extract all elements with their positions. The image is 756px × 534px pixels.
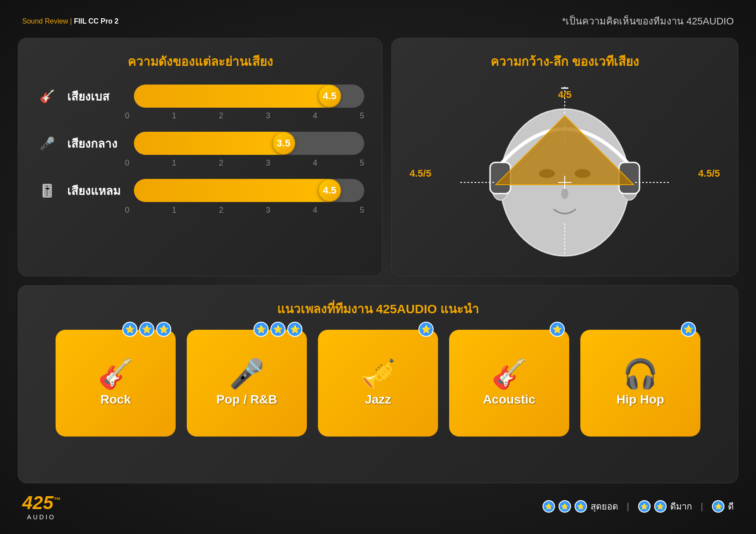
left-panel-title: ความดังของแต่ละย่านเสียง <box>36 52 364 71</box>
logo-wrapper: 425™ AUDIO <box>22 492 60 521</box>
header-subtitle: *เป็นความคิดเห็นของทีมงาน 425AUDIO <box>562 13 734 29</box>
logo-audio: AUDIO <box>27 514 56 521</box>
main-content: ความดังของแต่ละย่านเสียง 🎸 เสียงเบส 4.5 … <box>18 38 738 276</box>
bass-bar-value: 4.5 <box>319 85 340 107</box>
soundstage-container: 4/5 4.5/5 4.5/5 <box>407 85 722 263</box>
bar-row-bass: 🎸 เสียงเบส 4.5 <box>36 85 364 108</box>
star-2: ⭐ <box>270 322 286 337</box>
pop-name: Pop / R&B <box>217 392 277 407</box>
stage-right-label: 4.5/5 <box>698 168 720 179</box>
page-wrapper: Sound Review | FIIL CC Pro 2 *เป็นความคิ… <box>0 0 756 534</box>
rock-icon: 🎸 <box>98 360 133 388</box>
hiphop-name: Hip Hop <box>616 392 664 407</box>
mid-scale: 012345 <box>36 158 364 168</box>
legend-star2: ⭐ <box>559 500 571 513</box>
genre-stars-rock: ⭐ ⭐ ⭐ <box>122 322 171 337</box>
soundstage-svg <box>458 85 672 263</box>
legend-star2: ⭐ <box>654 500 667 513</box>
genre-card-jazz[interactable]: ⭐ 🎺 Jazz <box>318 330 438 437</box>
footer: 425™ AUDIO ⭐ ⭐ ⭐ สุดยอด | ⭐ ⭐ ดีมาก | ⭐ <box>18 492 738 521</box>
legend-star1: ⭐ <box>712 500 724 513</box>
treble-scale: 012345 <box>36 206 364 215</box>
legend-item-3stars: ⭐ ⭐ ⭐ สุดยอด <box>543 499 618 514</box>
star-1: ⭐ <box>550 322 565 337</box>
title-prefix: Sound Review | <box>22 17 74 25</box>
bass-icon: 🎸 <box>36 89 58 104</box>
treble-bar-fill: 4.5 <box>134 179 341 202</box>
treble-bar-container: 4.5 <box>134 179 364 202</box>
mid-icon: 🎤 <box>36 136 58 151</box>
left-panel: ความดังของแต่ละย่านเสียง 🎸 เสียงเบส 4.5 … <box>18 38 382 276</box>
jazz-icon: 🎺 <box>360 360 396 388</box>
stage-left-label: 4.5/5 <box>410 168 431 179</box>
genre-stars-hiphop: ⭐ <box>681 322 696 337</box>
legend-star3: ⭐ <box>575 500 587 513</box>
treble-icon: 🎚️ <box>36 183 58 198</box>
title-product: FIIL CC Pro 2 <box>74 17 118 25</box>
star-3: ⭐ <box>287 322 302 337</box>
star-1: ⭐ <box>418 322 434 337</box>
bar-section-treble: 🎚️ เสียงแหลม 4.5 012345 <box>36 179 364 215</box>
legend-sep-1: | <box>627 502 629 512</box>
tm-mark: ™ <box>53 496 60 504</box>
genre-stars-jazz: ⭐ <box>418 322 434 337</box>
genre-title: แนวเพลงที่ทีมงาน 425AUDIO แนะนำ <box>36 299 720 319</box>
mid-bar-value: 3.5 <box>273 133 294 154</box>
bass-label: เสียงเบส <box>67 87 125 105</box>
mid-bar-fill: 3.5 <box>134 132 295 155</box>
star-3: ⭐ <box>156 322 171 337</box>
legend-label-1: ดี <box>728 499 734 514</box>
svg-point-3 <box>561 188 568 199</box>
pop-icon: 🎤 <box>229 360 265 388</box>
star-1: ⭐ <box>253 322 269 337</box>
bar-row-mid: 🎤 เสียงกลาง 3.5 <box>36 132 364 155</box>
star-1: ⭐ <box>681 322 696 337</box>
bar-row-treble: 🎚️ เสียงแหลม 4.5 <box>36 179 364 202</box>
bottom-panel: แนวเพลงที่ทีมงาน 425AUDIO แนะนำ ⭐ ⭐ ⭐ 🎸 … <box>18 285 738 483</box>
bass-bar-container: 4.5 <box>134 85 364 108</box>
right-panel-title: ความกว้าง-ลึก ของเวทีเสียง <box>491 52 639 71</box>
acoustic-name: Acoustic <box>483 392 535 407</box>
bar-section-mid: 🎤 เสียงกลาง 3.5 012345 <box>36 132 364 168</box>
star-2: ⭐ <box>139 322 154 337</box>
legend-item-1star: ⭐ ดี <box>712 499 734 514</box>
header: Sound Review | FIIL CC Pro 2 *เป็นความคิ… <box>18 13 738 29</box>
genre-card-acoustic[interactable]: ⭐ 🎸 Acoustic <box>449 330 569 437</box>
jazz-name: Jazz <box>365 392 391 407</box>
genre-stars-pop: ⭐ ⭐ ⭐ <box>253 322 302 337</box>
legend-star1: ⭐ <box>638 500 651 513</box>
genre-card-pop[interactable]: ⭐ ⭐ ⭐ 🎤 Pop / R&B <box>187 330 307 437</box>
treble-label: เสียงแหลม <box>67 182 125 200</box>
acoustic-icon: 🎸 <box>491 360 527 388</box>
legend: ⭐ ⭐ ⭐ สุดยอด | ⭐ ⭐ ดีมาก | ⭐ ดี <box>543 499 734 514</box>
rock-name: Rock <box>101 392 131 407</box>
legend-star1: ⭐ <box>543 500 555 513</box>
genre-grid: ⭐ ⭐ ⭐ 🎸 Rock ⭐ ⭐ ⭐ 🎤 Pop / R&B <box>36 330 720 437</box>
genre-card-hiphop[interactable]: ⭐ 🎧 Hip Hop <box>580 330 700 437</box>
logo-425: 425™ <box>22 492 60 514</box>
legend-label-3: สุดยอด <box>591 499 618 514</box>
stage-top-label: 4/5 <box>558 89 572 101</box>
bass-bar-fill: 4.5 <box>134 85 341 108</box>
legend-sep-2: | <box>701 502 703 512</box>
genre-stars-acoustic: ⭐ <box>550 322 565 337</box>
logo-text: 425™ <box>22 492 60 513</box>
genre-card-rock[interactable]: ⭐ ⭐ ⭐ 🎸 Rock <box>56 330 176 437</box>
right-panel: ความกว้าง-ลึก ของเวทีเสียง 4/5 4.5/5 4.5… <box>391 38 738 276</box>
bass-scale: 012345 <box>36 111 364 121</box>
legend-label-2: ดีมาก <box>670 499 692 514</box>
bar-section-bass: 🎸 เสียงเบส 4.5 012345 <box>36 85 364 121</box>
mid-bar-container: 3.5 <box>134 132 364 155</box>
legend-item-2stars: ⭐ ⭐ ดีมาก <box>638 499 692 514</box>
hiphop-icon: 🎧 <box>623 360 658 388</box>
star-1: ⭐ <box>122 322 137 337</box>
treble-bar-value: 4.5 <box>319 180 340 201</box>
header-title: Sound Review | FIIL CC Pro 2 <box>22 17 118 25</box>
mid-label: เสียงกลาง <box>67 134 125 153</box>
